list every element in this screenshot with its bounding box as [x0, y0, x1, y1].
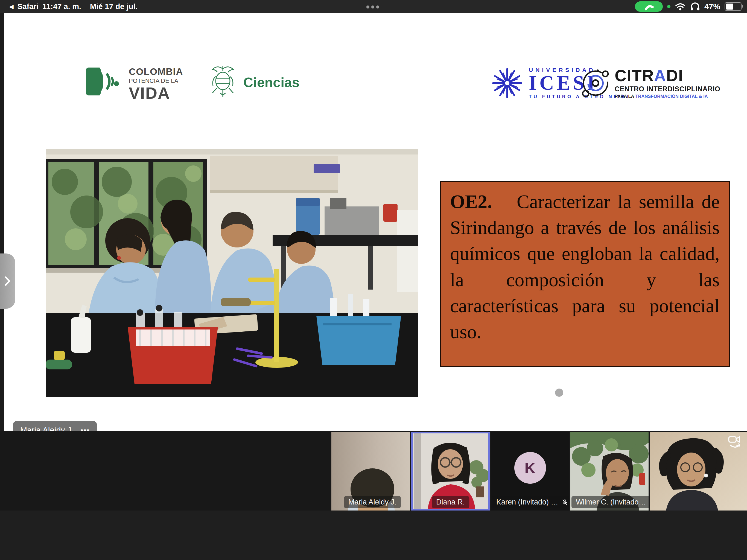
ciencias-logo: Ciencias — [208, 65, 300, 100]
side-panel-handle[interactable] — [0, 253, 15, 309]
colombia-logo-text: COLOMBIA POTENCIA DE LA VIDA — [129, 67, 183, 101]
status-date: Mié 17 de jul. — [90, 2, 137, 11]
phone-handset-icon — [643, 2, 654, 11]
back-to-app-label[interactable]: Safari — [17, 2, 38, 11]
chevron-right-icon — [4, 276, 11, 286]
coat-of-arms-icon — [208, 65, 237, 100]
avatar: K — [514, 452, 546, 484]
participant-name-label: Maria Aleidy J. — [344, 496, 401, 508]
video-filmstrip: Maria Aleidy J. Diana R. K Karen (Invita… — [0, 431, 747, 510]
battery-percentage: 47% — [704, 2, 720, 11]
status-bar-left: ◀ Safari 11:47 a. m. Mié 17 de jul. — [9, 0, 137, 13]
slide-pagination-dot[interactable] — [555, 388, 563, 397]
battery-icon — [725, 2, 742, 11]
lab-photo — [46, 149, 418, 397]
citradi-logo: CITRADI CENTRO INTERDISCIPLINARIO PARA L… — [581, 67, 720, 100]
call-toolbar — [0, 510, 747, 560]
status-bar: ◀ Safari 11:47 a. m. Mié 17 de jul. 47% — [0, 0, 747, 13]
wifi-icon — [675, 2, 686, 11]
left-edge-strip — [0, 13, 4, 431]
participant-name-label: Diana R. — [432, 496, 469, 508]
multitasking-dots-icon[interactable] — [366, 5, 379, 8]
shared-screen: COLOMBIA POTENCIA DE LA VIDA Ciencias — [4, 13, 747, 431]
citradi-orbit-icon — [581, 67, 610, 100]
back-to-app-icon[interactable]: ◀ — [9, 3, 14, 10]
participant-tile-wilmer[interactable]: Wilmer C. (Invitado) (... — [570, 432, 649, 510]
citradi-logo-text: CITRADI CENTRO INTERDISCIPLINARIO PARA L… — [615, 68, 720, 99]
participant-tile-karen[interactable]: K Karen (Invitado) (N... — [491, 432, 569, 510]
status-time: 11:47 a. m. — [42, 2, 81, 11]
self-view-tile[interactable] — [650, 432, 747, 510]
ciencias-logo-text: Ciencias — [243, 75, 300, 91]
mic-off-icon — [562, 499, 568, 506]
flip-camera-icon[interactable] — [728, 436, 742, 449]
participant-name-label: Wilmer C. (Invitado) (... — [571, 496, 649, 508]
colombia-logo: COLOMBIA POTENCIA DE LA VIDA — [85, 67, 183, 101]
participant-name-label: Karen (Invitado) (N... — [492, 496, 569, 508]
headphones-icon — [690, 2, 700, 11]
objective-text-box: OE2.Caracterizar la semilla de Sirindang… — [440, 181, 730, 367]
icesi-sunburst-icon — [491, 67, 523, 99]
participant-tile-maria[interactable]: Maria Aleidy J. — [331, 432, 410, 510]
colombia-logo-icon — [85, 68, 122, 101]
participant-tile-diana[interactable]: Diana R. — [411, 432, 490, 510]
status-bar-right: 47% — [635, 0, 742, 13]
objective-text: Caracterizar la semilla de Sirindango a … — [450, 191, 720, 342]
objective-code: OE2. — [450, 191, 492, 212]
active-call-pill[interactable] — [635, 1, 663, 12]
camera-in-use-dot — [667, 5, 670, 8]
